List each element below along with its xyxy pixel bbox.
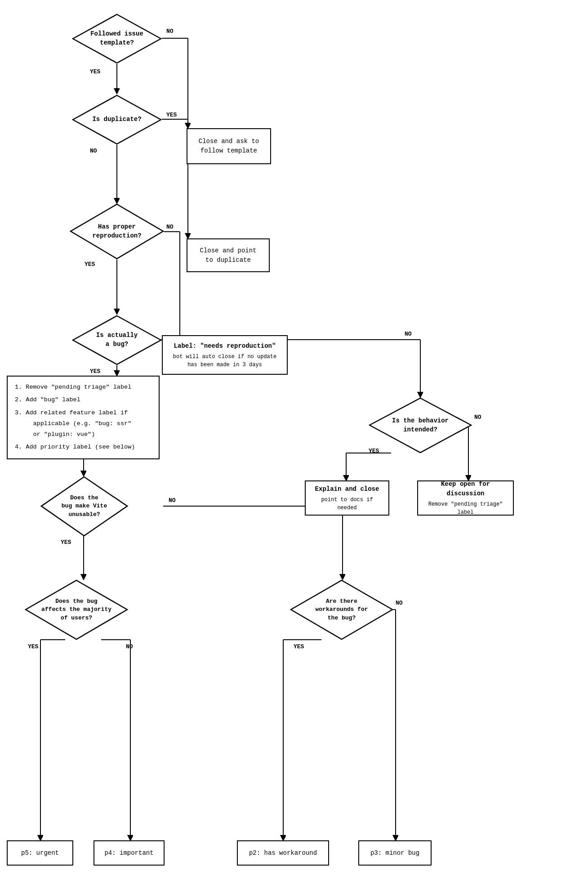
box-label: Close and pointto duplicate	[200, 246, 256, 265]
diamond-vite-unusable: Does thebug make Viteunusable?	[40, 476, 128, 537]
label-yes-d5: YES	[369, 448, 379, 454]
diamond-majority-users: Does the bugaffects the majorityof users…	[25, 579, 128, 640]
box-main-label: Explain and close	[315, 485, 379, 494]
box-p2-workaround: p2: has workaround	[237, 840, 329, 866]
label-yes-d8: YES	[294, 643, 304, 650]
box-close-duplicate: Close and pointto duplicate	[187, 238, 270, 272]
box-label: p3: minor bug	[370, 848, 419, 858]
diamond-label: Are thereworkarounds forthe bug?	[315, 597, 368, 622]
label-no-d3: NO	[166, 224, 174, 230]
label-no-d5: NO	[474, 414, 481, 421]
box-main-label: Keep open for discussion	[423, 480, 508, 498]
label-no-d8: NO	[396, 600, 403, 606]
diamond-behavior-intended: Is the behaviorintended?	[369, 397, 472, 453]
diamond-label: Is actuallya bug?	[96, 331, 138, 349]
label-yes-d4: YES	[90, 368, 100, 375]
box-p5-urgent: p5: urgent	[7, 840, 73, 866]
label-yes-d2: YES	[166, 112, 177, 118]
label-yes-d6: YES	[61, 539, 71, 546]
diamond-label: Followed issue template?	[72, 30, 162, 47]
list-item: 2. Add "bug" label	[15, 395, 151, 405]
label-no-d2: NO	[90, 148, 97, 154]
box-label: p5: urgent	[21, 848, 59, 858]
label-yes-d3: YES	[85, 261, 95, 268]
label-yes-d1: YES	[90, 68, 100, 75]
label-no-d4: NO	[405, 331, 412, 337]
label-no-d7: NO	[126, 643, 133, 650]
diamond-followed-template: Followed issue template?	[72, 13, 162, 64]
label-no-d6: NO	[169, 497, 176, 504]
diamond-label: Is the behaviorintended?	[392, 417, 449, 434]
flowchart: Followed issue template? Is duplicate? H…	[0, 0, 588, 875]
diamond-label: Does the bugaffects the majorityof users…	[41, 597, 111, 622]
box-main-label: Label: "needs reproduction"	[174, 341, 276, 351]
box-actions-list: 1. Remove "pending triage" label 2. Add …	[7, 376, 160, 459]
box-p3-minor: p3: minor bug	[358, 840, 432, 866]
box-sub-label: bot will auto close if no updatehas been…	[173, 353, 276, 369]
box-sub-label: point to docs if needed	[311, 496, 383, 512]
diamond-is-bug: Is actuallya bug?	[72, 315, 162, 365]
diamond-label: Does thebug make Viteunusable?	[62, 494, 107, 519]
box-needs-reproduction: Label: "needs reproduction" bot will aut…	[162, 335, 288, 375]
list-item: 3. Add related feature label if applicab…	[15, 408, 151, 440]
box-p4-important: p4: important	[94, 840, 165, 866]
box-keep-open: Keep open for discussion Remove "pending…	[417, 480, 514, 516]
diamond-is-duplicate: Is duplicate?	[72, 94, 162, 145]
list-item: 1. Remove "pending triage" label	[15, 382, 151, 393]
box-label: p4: important	[104, 848, 153, 858]
diamond-workarounds: Are thereworkarounds forthe bug?	[290, 579, 393, 640]
label-no-d1: NO	[166, 28, 174, 35]
label-yes-d7: YES	[28, 643, 38, 650]
list-item: 4. Add priority label (see below)	[15, 442, 151, 453]
diamond-label: Has properreproduction?	[92, 223, 141, 240]
diamond-label: Is duplicate?	[92, 115, 141, 124]
box-label: Close and ask tofollow template	[199, 137, 259, 156]
box-label: p2: has workaround	[249, 848, 317, 858]
diamond-proper-reproduction: Has properreproduction?	[70, 203, 164, 260]
box-close-follow-template: Close and ask tofollow template	[187, 128, 271, 164]
box-explain-close: Explain and close point to docs if neede…	[305, 480, 389, 516]
box-sub-label: Remove "pending triage" label	[423, 500, 508, 516]
